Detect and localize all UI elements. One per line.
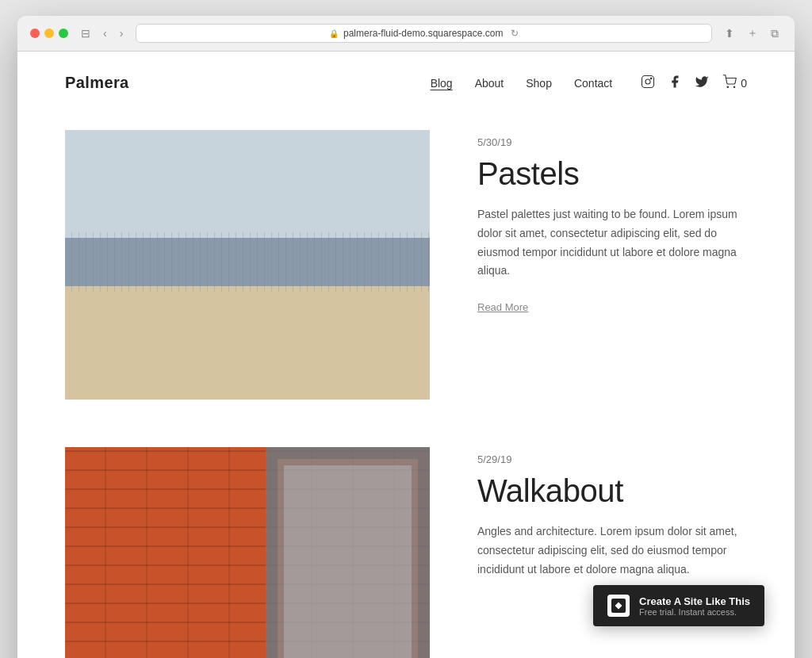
site-nav: Blog About Shop Contact	[431, 75, 747, 92]
back-button[interactable]: ‹	[100, 25, 110, 41]
walkabout-image	[65, 447, 430, 658]
instagram-icon[interactable]	[641, 75, 655, 92]
url-text: palmera-fluid-demo.squarespace.com	[343, 28, 503, 39]
minimize-button[interactable]	[44, 29, 54, 38]
svg-rect-0	[642, 75, 654, 87]
squarespace-banner-text: Create A Site Like This Free trial. Inst…	[639, 595, 750, 617]
squarespace-logo	[607, 595, 630, 617]
squarespace-banner-subtitle: Free trial. Instant access.	[639, 607, 750, 617]
svg-point-2	[651, 78, 653, 79]
read-more-pastels[interactable]: Read More	[477, 301, 528, 313]
post-excerpt-walkabout: Angles and architecture. Lorem ipsum dol…	[477, 522, 747, 579]
window-frame-decoration	[266, 447, 430, 658]
blog-post-pastels: 5/30/19 Pastels Pastel palettes just wai…	[65, 130, 747, 400]
post-image-pastels[interactable]	[65, 130, 430, 400]
post-date-pastels: 5/30/19	[477, 136, 747, 148]
svg-point-3	[727, 86, 729, 88]
post-title-walkabout[interactable]: Walkabout	[477, 473, 747, 508]
tab-overview-button[interactable]: ⧉	[768, 25, 782, 42]
social-icons: 0	[641, 75, 747, 92]
pastels-image	[65, 130, 430, 400]
maximize-button[interactable]	[59, 29, 68, 38]
share-button[interactable]: ⬆	[722, 25, 737, 42]
blog-post-walkabout: 5/29/19 Walkabout Angles and architectur…	[65, 447, 747, 658]
new-tab-button[interactable]: ＋	[744, 25, 761, 42]
nav-contact[interactable]: Contact	[574, 77, 612, 90]
cart-button[interactable]: 0	[722, 75, 747, 92]
site-header: Palmera Blog About Shop Contact	[17, 52, 795, 114]
cart-icon	[722, 75, 737, 92]
browser-actions: ⬆ ＋ ⧉	[722, 25, 782, 42]
post-title-pastels[interactable]: Pastels	[477, 156, 747, 191]
sidebar-toggle-button[interactable]: ⊟	[78, 25, 94, 41]
svg-point-1	[645, 79, 650, 84]
nav-about[interactable]: About	[475, 77, 504, 90]
post-info-walkabout: 5/29/19 Walkabout Angles and architectur…	[477, 447, 747, 598]
nav-shop[interactable]: Shop	[526, 77, 552, 90]
post-date-walkabout: 5/29/19	[477, 453, 747, 465]
post-info-pastels: 5/30/19 Pastels Pastel palettes just wai…	[477, 130, 747, 314]
svg-point-4	[733, 86, 735, 88]
browser-window: ⊟ ‹ › 🔒 palmera-fluid-demo.squarespace.c…	[17, 16, 795, 658]
cart-count: 0	[741, 77, 747, 90]
post-excerpt-pastels: Pastel palettes just waiting to be found…	[477, 205, 747, 281]
squarespace-banner[interactable]: Create A Site Like This Free trial. Inst…	[593, 585, 764, 626]
forward-button[interactable]: ›	[117, 25, 127, 41]
facebook-icon[interactable]	[668, 75, 682, 92]
browser-chrome: ⊟ ‹ › 🔒 palmera-fluid-demo.squarespace.c…	[17, 16, 795, 52]
blog-content: 5/30/19 Pastels Pastel palettes just wai…	[17, 114, 795, 658]
site-logo[interactable]: Palmera	[65, 74, 129, 92]
traffic-lights	[30, 29, 68, 38]
squarespace-banner-title: Create A Site Like This	[639, 595, 750, 607]
lock-icon: 🔒	[329, 29, 339, 38]
website-content: Palmera Blog About Shop Contact	[17, 52, 795, 658]
nav-blog[interactable]: Blog	[431, 77, 453, 90]
twitter-icon[interactable]	[695, 75, 709, 92]
browser-controls: ⊟ ‹ ›	[78, 25, 126, 41]
url-bar[interactable]: 🔒 palmera-fluid-demo.squarespace.com ↻	[136, 24, 712, 43]
reload-icon[interactable]: ↻	[511, 28, 519, 39]
close-button[interactable]	[30, 29, 40, 38]
post-image-walkabout[interactable]	[65, 447, 430, 658]
squarespace-logo-inner	[611, 599, 626, 613]
